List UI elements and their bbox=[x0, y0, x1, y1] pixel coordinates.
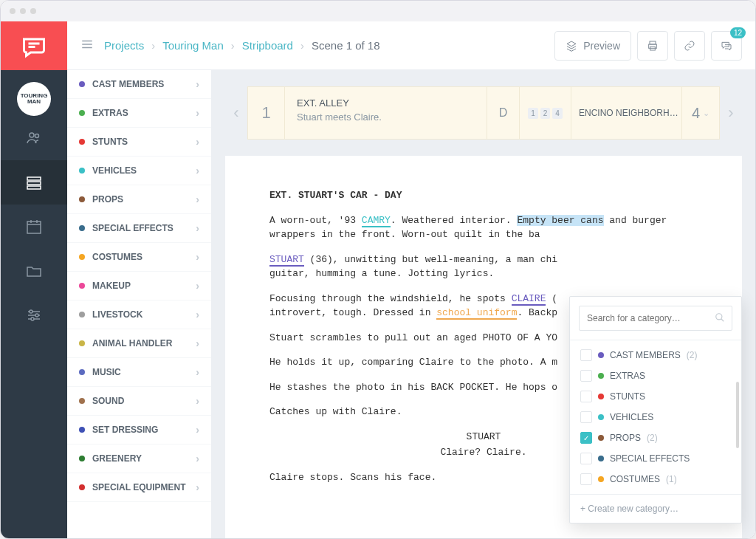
popup-category-item[interactable]: CAST MEMBERS (2) bbox=[570, 345, 741, 365]
tag-cast: CLAIRE bbox=[512, 293, 546, 306]
sidebar-item[interactable]: LIVESTOCK› bbox=[67, 301, 211, 329]
sidebar-item[interactable]: VEHICLES› bbox=[67, 157, 211, 185]
scene-strip: ‹ 1 EXT. ALLEY Stuart meets Claire. D 12… bbox=[225, 86, 742, 140]
crumb-project[interactable]: Touring Man bbox=[162, 39, 224, 52]
nav-calendar-icon[interactable] bbox=[1, 205, 67, 249]
app-logo[interactable] bbox=[1, 21, 67, 70]
scene-number: 1 bbox=[248, 87, 285, 139]
chevron-right-icon: › bbox=[300, 39, 304, 52]
tag-cast: STUART bbox=[269, 254, 304, 267]
popup-category-item[interactable]: COSTUMES (1) bbox=[570, 469, 741, 490]
svg-point-12 bbox=[716, 314, 722, 320]
svg-rect-3 bbox=[27, 182, 41, 185]
action-line: A worn-out, '93 CAMRY. Weathered interio… bbox=[269, 213, 698, 242]
category-popup: CAST MEMBERS (2)EXTRAS STUNTS VEHICLES ✓… bbox=[569, 296, 742, 523]
day-night: D bbox=[487, 87, 520, 139]
nav-stripboard-icon[interactable] bbox=[1, 160, 67, 205]
svg-point-6 bbox=[30, 310, 32, 313]
popup-category-item[interactable]: SPECIAL EFFECTS bbox=[570, 448, 741, 469]
preview-button[interactable]: Preview bbox=[554, 31, 631, 61]
breadcrumb: Projects › Touring Man › Stripboard › Sc… bbox=[104, 39, 380, 52]
nav-settings-icon[interactable] bbox=[1, 293, 67, 337]
scene-eighths: 4⌄ bbox=[682, 87, 719, 139]
link-button[interactable] bbox=[674, 31, 705, 61]
category-sidebar: CAST MEMBERS›EXTRAS›STUNTS›VEHICLES›PROP… bbox=[67, 70, 212, 538]
sidebar-item[interactable]: SPECIAL EQUIPMENT› bbox=[67, 473, 211, 502]
svg-point-7 bbox=[35, 314, 38, 317]
sidebar-item[interactable]: SOUND› bbox=[67, 387, 211, 416]
tag-vehicle: CAMRY bbox=[362, 215, 391, 227]
svg-rect-4 bbox=[27, 186, 41, 189]
popup-category-item[interactable]: STUNTS bbox=[570, 386, 741, 407]
sidebar-item[interactable]: COSTUMES› bbox=[67, 243, 211, 272]
cast-tags: 124 bbox=[520, 87, 571, 139]
browser-chrome bbox=[1, 1, 755, 21]
search-icon bbox=[715, 312, 725, 326]
sidebar-item[interactable]: MUSIC› bbox=[67, 358, 211, 387]
menu-icon[interactable] bbox=[80, 38, 94, 54]
svg-rect-5 bbox=[27, 222, 41, 233]
sidebar-item[interactable]: GREENERY› bbox=[67, 444, 211, 473]
comments-button[interactable]: 12 bbox=[711, 31, 742, 61]
category-search-input[interactable] bbox=[579, 306, 732, 331]
canvas: ‹ 1 EXT. ALLEY Stuart meets Claire. D 12… bbox=[212, 70, 755, 538]
nav-files-icon[interactable] bbox=[1, 249, 67, 293]
nav-people-icon[interactable] bbox=[1, 116, 67, 160]
sidebar-item[interactable]: MAKEUP› bbox=[67, 272, 211, 301]
crumb-view[interactable]: Stripboard bbox=[242, 39, 293, 52]
popup-category-item[interactable]: ✓PROPS (2) bbox=[570, 428, 741, 448]
scene-desc: Stuart meets Claire. bbox=[297, 111, 475, 123]
svg-point-8 bbox=[31, 317, 34, 320]
slugline: EXT. STUART'S CAR - DAY bbox=[269, 188, 698, 203]
comments-badge: 12 bbox=[730, 27, 746, 38]
sidebar-item[interactable]: EXTRAS› bbox=[67, 99, 211, 128]
sidebar-item[interactable]: SPECIAL EFFECTS› bbox=[67, 214, 211, 243]
svg-point-1 bbox=[35, 134, 39, 138]
svg-point-0 bbox=[30, 133, 34, 137]
svg-rect-2 bbox=[27, 177, 41, 180]
popup-category-item[interactable]: EXTRAS bbox=[570, 365, 741, 386]
sidebar-item[interactable]: STUNTS› bbox=[67, 128, 211, 157]
scrollbar-thumb[interactable] bbox=[736, 382, 739, 448]
create-category-button[interactable]: + Create new category… bbox=[570, 494, 741, 523]
sidebar-item[interactable]: PROPS› bbox=[67, 185, 211, 214]
chevron-right-icon: › bbox=[151, 39, 155, 52]
popup-category-item[interactable]: VEHICLES bbox=[570, 407, 741, 428]
project-avatar[interactable]: TOURING MAN bbox=[17, 82, 51, 116]
tag-prop-highlighted: Empty beer cans bbox=[517, 215, 603, 226]
tag-costume: school uniform bbox=[436, 307, 517, 320]
crumb-projects[interactable]: Projects bbox=[104, 39, 144, 52]
svg-rect-9 bbox=[650, 41, 656, 44]
crumb-current: Scene 1 of 18 bbox=[312, 39, 380, 52]
sidebar-item[interactable]: ANIMAL HANDLER› bbox=[67, 329, 211, 358]
chevron-right-icon: › bbox=[231, 39, 235, 52]
sidebar-item[interactable]: CAST MEMBERS› bbox=[67, 70, 211, 99]
action-line: STUART (36), unwitting but well-meaning,… bbox=[269, 253, 698, 281]
prev-scene-button[interactable]: ‹ bbox=[225, 86, 247, 140]
topbar: Projects › Touring Man › Stripboard › Sc… bbox=[67, 21, 755, 70]
print-button[interactable] bbox=[637, 31, 668, 61]
sidebar-item[interactable]: SET DRESSING› bbox=[67, 416, 211, 444]
nav-rail: TOURING MAN bbox=[1, 21, 67, 538]
scene-slug: EXT. ALLEY bbox=[297, 97, 475, 109]
scene-location: ENCINO NEIGHBORH… bbox=[571, 87, 682, 139]
next-scene-button[interactable]: › bbox=[720, 86, 742, 140]
